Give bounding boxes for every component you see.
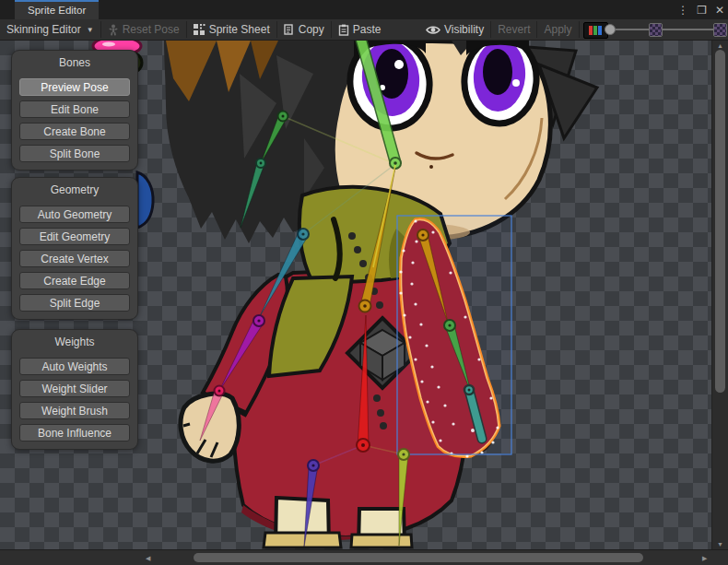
visibility-label: Visibility [444,23,484,36]
geometry-panel: Geometry Auto Geometry Edit Geometry Cre… [11,177,138,320]
sprite-opacity-thumb-icon[interactable] [713,23,727,37]
edit-geometry-button[interactable]: Edit Geometry [19,228,130,245]
eye-icon [426,25,440,35]
mesh-opacity-thumb-icon[interactable] [649,23,663,37]
sprite-editor-window: Sprite Editor ⋮ ❒ ✕ Skinning Editor ▼ [0,0,728,565]
tab-sprite-editor[interactable]: Sprite Editor [15,0,99,19]
bones-panel: Bones Preview Pose Edit Bone Create Bone… [11,50,138,171]
toolbar: Skinning Editor ▼ Reset Pose [0,19,728,41]
chevron-down-icon: ▼ [87,26,94,34]
reset-pose-button[interactable]: Reset Pose [101,19,186,40]
geometry-panel-title: Geometry [12,183,137,196]
create-bone-button[interactable]: Create Bone [19,123,130,140]
horizontal-scroll-thumb[interactable] [194,553,643,562]
tab-bar: Sprite Editor ⋮ ❒ ✕ [0,0,728,19]
preview-pose-button[interactable]: Preview Pose [19,78,130,96]
create-edge-button[interactable]: Create Edge [19,272,130,289]
copy-button[interactable]: Copy [277,19,331,40]
separator [579,21,580,38]
reset-pose-icon [108,24,119,36]
auto-geometry-button[interactable]: Auto Geometry [19,206,130,223]
apply-button[interactable]: Apply [537,19,578,40]
sprite-sheet-icon [194,24,205,36]
opacity-slider-group [601,19,728,40]
copy-label: Copy [299,23,324,36]
bone-influence-button[interactable]: Bone Influence [19,424,130,441]
edit-bone-button[interactable]: Edit Bone [19,100,130,118]
revert-button[interactable]: Revert [491,19,536,40]
close-icon[interactable]: ✕ [715,4,724,17]
red-bar-icon [589,26,593,35]
bone-opacity-slider-knob[interactable] [605,24,616,35]
weights-panel-title: Weights [12,335,137,348]
sprite-sheet-label: Sprite Sheet [209,23,270,36]
revert-label: Revert [498,23,530,36]
auto-weights-button[interactable]: Auto Weights [19,358,130,375]
horizontal-scrollbar[interactable]: ◀ ▶ [0,549,728,565]
weight-slider-button[interactable]: Weight Slider [19,380,130,397]
paste-label: Paste [353,23,382,36]
left-fist [181,394,239,461]
vertical-scroll-thumb[interactable] [715,50,725,393]
window-controls: ⋮ ❒ ✕ [677,0,724,19]
split-bone-button[interactable]: Split Bone [19,145,130,162]
scroll-up-icon[interactable]: ▲ [717,42,723,49]
create-vertex-button[interactable]: Create Vertex [19,250,130,267]
visibility-button[interactable]: Visibility [419,19,490,40]
apply-label: Apply [544,23,571,36]
scroll-left-icon[interactable]: ◀ [146,555,150,561]
reset-pose-label: Reset Pose [123,23,180,36]
paste-button[interactable]: Paste [332,19,388,40]
sprite-sheet-button[interactable]: Sprite Sheet [187,19,276,40]
scroll-right-icon[interactable]: ▶ [702,555,707,561]
vertical-scrollbar[interactable]: ▲ ▼ [711,41,728,549]
mode-dropdown[interactable]: Skinning Editor ▼ [0,19,100,40]
weights-panel: Weights Auto Weights Weight Slider Weigh… [11,329,138,450]
scroll-down-icon[interactable]: ▼ [717,541,723,547]
green-bar-icon [593,26,597,35]
copy-icon [284,24,295,36]
split-edge-button[interactable]: Split Edge [19,294,130,312]
bones-panel-title: Bones [12,56,137,69]
paste-icon [338,24,349,36]
slider-track[interactable] [610,29,724,30]
window-menu-icon[interactable]: ⋮ [677,4,688,17]
maximize-icon[interactable]: ❒ [697,4,707,17]
weight-brush-button[interactable]: Weight Brush [19,402,130,419]
mode-dropdown-label: Skinning Editor [6,23,81,36]
